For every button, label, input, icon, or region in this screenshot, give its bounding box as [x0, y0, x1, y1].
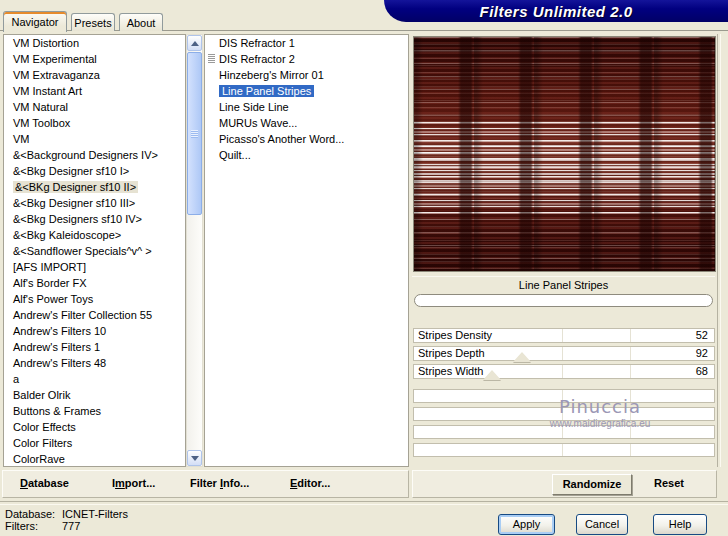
category-list-item[interactable]: VM Experimental — [4, 51, 185, 67]
category-list-item[interactable]: [AFS IMPORT] — [4, 259, 185, 275]
category-list-item[interactable]: Andrew's Filters 10 — [4, 323, 185, 339]
scrollbar-thumb[interactable] — [187, 52, 202, 215]
filter-list-item[interactable]: Picasso's Another Word... — [205, 131, 408, 147]
tab-navigator[interactable]: Navigator — [3, 11, 67, 32]
help-button[interactable]: Help — [653, 514, 707, 535]
scroll-up-button[interactable] — [187, 35, 202, 51]
category-label: Andrew's Filters 1 — [13, 341, 100, 353]
filter-label: DIS Refractor 1 — [219, 37, 295, 49]
filter-preview-image — [413, 36, 716, 272]
preview-panel-bands — [414, 37, 715, 271]
status-database-label: Database: — [5, 508, 62, 520]
category-list-item[interactable]: Balder Olrik — [4, 387, 185, 403]
tab-presets[interactable]: Presets — [71, 13, 115, 31]
bottom-divider — [0, 501, 728, 505]
tab-presets-label: Presets — [74, 17, 111, 29]
filter-label: MURUs Wave... — [219, 117, 297, 129]
category-label: &<Bkg Designers sf10 IV> — [13, 213, 142, 225]
filter-list-item[interactable]: Quilt... — [205, 147, 408, 163]
slider-thumb[interactable] — [483, 370, 501, 380]
category-label: Color Filters — [13, 437, 72, 449]
filter-label: Hinzeberg's Mirror 01 — [219, 69, 324, 81]
category-list[interactable]: VM DistortionVM ExperimentalVM Extravaga… — [3, 34, 186, 467]
database-button[interactable]: Database — [20, 477, 69, 489]
filter-list[interactable]: DIS Refractor 1DIS Refractor 2Hinzeberg'… — [204, 34, 409, 467]
category-list-item[interactable]: VM Extravaganza — [4, 67, 185, 83]
slider-label: Stripes Density — [418, 329, 492, 342]
slider-row[interactable]: Stripes Width68 — [413, 364, 715, 379]
watermark: Pinuccia www.maidiregrafica.eu — [505, 396, 695, 429]
category-list-item[interactable]: Buttons & Frames — [4, 403, 185, 419]
category-list-item[interactable]: &<Background Designers IV> — [4, 147, 185, 163]
status-bar: Database: ICNET-Filters Filters: 777 — [5, 508, 128, 532]
category-label: VM Extravaganza — [13, 69, 100, 81]
category-list-item[interactable]: VM Toolbox — [4, 115, 185, 131]
tab-navigator-label: Navigator — [11, 16, 58, 28]
slider-row[interactable]: Stripes Density52 — [413, 328, 715, 343]
category-label: Andrew's Filters 48 — [13, 357, 106, 369]
category-list-item[interactable]: Color Effects — [4, 419, 185, 435]
filter-list-item[interactable]: MURUs Wave... — [205, 115, 408, 131]
category-list-item[interactable]: VM — [4, 131, 185, 147]
filter-label: Picasso's Another Word... — [219, 133, 344, 145]
slider-label: Stripes Width — [418, 365, 483, 378]
apply-button[interactable]: Apply — [498, 514, 555, 535]
filter-list-item[interactable]: Hinzeberg's Mirror 01 — [205, 67, 408, 83]
filter-label: Line Panel Stripes — [219, 85, 314, 97]
status-filters-value: 777 — [62, 520, 80, 532]
category-list-item[interactable]: ColorRave — [4, 451, 185, 467]
category-list-item[interactable]: &<Bkg Designer sf10 I> — [4, 163, 185, 179]
watermark-name: Pinuccia — [505, 396, 695, 417]
category-scrollbar[interactable] — [186, 34, 203, 467]
filter-info-button[interactable]: Filter Info... — [190, 477, 249, 489]
category-list-item[interactable]: VM Distortion — [4, 35, 185, 51]
category-list-item[interactable]: Color Filters — [4, 435, 185, 451]
tab-about[interactable]: About — [119, 13, 163, 31]
editor-button[interactable]: Editor... — [290, 477, 330, 489]
reset-button[interactable]: Reset — [654, 477, 684, 489]
category-list-item[interactable]: Andrew's Filters 1 — [4, 339, 185, 355]
category-label: VM Instant Art — [13, 85, 82, 97]
category-label: VM Distortion — [13, 37, 79, 49]
category-list-item[interactable]: Andrew's Filters 48 — [4, 355, 185, 371]
category-list-item[interactable]: Andrew's Filter Collection 55 — [4, 307, 185, 323]
slider-row[interactable]: Stripes Depth92 — [413, 346, 715, 361]
filter-list-item[interactable]: Line Side Line — [205, 99, 408, 115]
category-list-item[interactable]: Alf's Power Toys — [4, 291, 185, 307]
tab-about-label: About — [127, 17, 156, 29]
category-list-item[interactable]: &<Sandflower Specials^v^ > — [4, 243, 185, 259]
category-label: Andrew's Filter Collection 55 — [13, 309, 152, 321]
slider-value: 92 — [696, 347, 708, 360]
category-label: VM Toolbox — [13, 117, 70, 129]
slider-value: 68 — [696, 365, 708, 378]
randomize-button[interactable]: Randomize — [552, 474, 632, 495]
category-label: &<Bkg Kaleidoscope> — [13, 229, 121, 241]
filter-list-item[interactable]: DIS Refractor 1 — [205, 35, 408, 51]
filter-label: Quilt... — [219, 149, 251, 161]
import-button[interactable]: Import... — [112, 477, 155, 489]
category-list-item[interactable]: VM Instant Art — [4, 83, 185, 99]
category-list-item[interactable]: VM Natural — [4, 99, 185, 115]
slider-group: Stripes Density52Stripes Depth92Stripes … — [413, 328, 715, 398]
category-label: Color Effects — [13, 421, 76, 433]
chevron-up-icon — [191, 41, 199, 46]
filter-list-item[interactable]: DIS Refractor 2 — [205, 51, 408, 67]
category-list-item[interactable]: &<BKg Designer sf10 II> — [4, 179, 185, 195]
list-lines-icon — [208, 54, 215, 64]
cancel-button[interactable]: Cancel — [576, 514, 628, 535]
category-list-item[interactable]: &<Bkg Kaleidoscope> — [4, 227, 185, 243]
category-list-item[interactable]: &<Bkg Designer sf10 III> — [4, 195, 185, 211]
scrollbar-grip-icon — [191, 130, 198, 138]
category-label: &<Sandflower Specials^v^ > — [13, 245, 152, 257]
category-label: Buttons & Frames — [13, 405, 101, 417]
category-label: Alf's Border FX — [13, 277, 87, 289]
category-label: a — [13, 373, 19, 385]
slider-thumb[interactable] — [513, 352, 531, 362]
category-label: Balder Olrik — [13, 389, 70, 401]
scroll-down-button[interactable] — [187, 450, 202, 466]
filter-list-item[interactable]: Line Panel Stripes — [205, 83, 408, 99]
category-list-item[interactable]: Alf's Border FX — [4, 275, 185, 291]
category-label: VM — [13, 133, 30, 145]
category-list-item[interactable]: a — [4, 371, 185, 387]
category-list-item[interactable]: &<Bkg Designers sf10 IV> — [4, 211, 185, 227]
